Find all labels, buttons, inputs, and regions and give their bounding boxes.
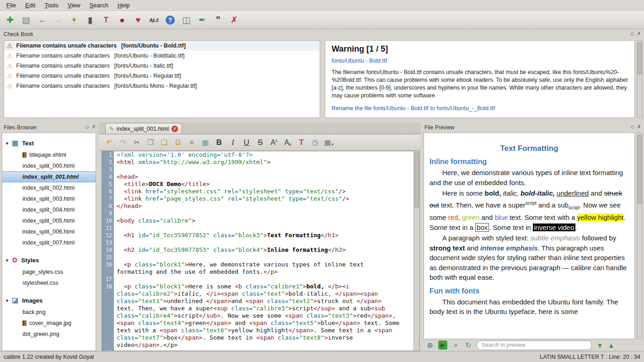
menu-view[interactable]: View: [63, 0, 85, 10]
undo-icon[interactable]: ←: [36, 14, 48, 27]
bold-icon[interactable]: B: [213, 137, 225, 149]
undo-icon[interactable]: ↶: [103, 137, 115, 149]
main-toolbar: ✚▤←→✦▮T●♥ĄŁč?◫✒❞✗: [0, 11, 644, 29]
editor-scrollbar[interactable]: [413, 151, 419, 351]
file-item-cover_image.jpg[interactable]: cover_image.jpg: [2, 318, 96, 329]
styles-section-icon: ✿: [12, 256, 18, 264]
file-item-index_split_004.html[interactable]: index_split_004.html: [2, 204, 96, 215]
preview-browser-icon[interactable]: ⊛: [424, 340, 435, 351]
strikethrough-icon[interactable]: S: [254, 137, 266, 149]
check-book-float-icon[interactable]: ◇: [630, 31, 634, 37]
superscript-icon[interactable]: As: [268, 137, 280, 149]
menu-file[interactable]: File: [2, 0, 21, 10]
warning-file-link[interactable]: fonts/Ubuntu - Bold.ttf: [332, 58, 628, 64]
file-item-index_split_005.html[interactable]: index_split_005.html: [2, 215, 96, 226]
check-issue-row[interactable]: ⚠Filename contains unsafe characters[fon…: [4, 81, 320, 91]
preview-scrollbar[interactable]: [637, 133, 643, 339]
insert-tag-icon[interactable]: T: [295, 137, 307, 149]
insert-special-character-icon[interactable]: Ω: [172, 137, 184, 149]
code-line: class="text1">underlined </span>and <spa…: [117, 298, 413, 305]
beautify-broom-icon[interactable]: ✦: [68, 14, 80, 27]
code-line: [117, 254, 413, 261]
arrange-list-icon[interactable]: ≡: [186, 137, 198, 149]
file-item-back.png[interactable]: back.png: [2, 307, 96, 318]
check-issue-row[interactable]: ⚠Filename contains unsafe characters[fon…: [4, 71, 320, 81]
check-issue-row[interactable]: ⚠Filename contains unsafe characters[fon…: [4, 61, 320, 71]
device-preview-icon[interactable]: ▮: [84, 14, 97, 27]
tab-close-icon[interactable]: ✗: [172, 126, 178, 132]
tab-index-split-001[interactable]: ✎ index_split_001.html ✗: [105, 123, 182, 134]
preview-paragraph: This document has embedded the Ubuntu fo…: [429, 297, 629, 317]
check-detail-scrollbar[interactable]: [637, 40, 643, 118]
file-item-index_split_000.html[interactable]: index_split_000.html: [2, 160, 96, 171]
redo-icon[interactable]: →: [52, 14, 64, 27]
subscript-icon[interactable]: As: [282, 137, 294, 149]
detach-preview-icon[interactable]: »: [450, 340, 461, 351]
file-item-stylesheet.css[interactable]: stylesheet.css: [2, 277, 96, 288]
preview-paragraph: A paragraph with styled text: subtle emp…: [429, 233, 629, 282]
italic-icon[interactable]: I: [227, 137, 239, 149]
paste-icon[interactable]: ❏: [158, 137, 170, 149]
insert-character-quill-icon[interactable]: ✒: [196, 14, 209, 27]
file-item-index_split_001.html[interactable]: index_split_001.html: [2, 171, 96, 182]
section-styles[interactable]: ▾✿Styles: [2, 254, 96, 266]
check-issue-row[interactable]: ⚠Filename contains unsafe characters[fon…: [4, 41, 320, 51]
file-item-index_split_003.html[interactable]: index_split_003.html: [2, 193, 96, 204]
warning-rename-link[interactable]: Rename the file fonts/Ubuntu - Bold.ttf …: [332, 105, 628, 112]
code-line: </head>: [117, 202, 413, 210]
expand-caret-icon[interactable]: ▾: [6, 141, 8, 146]
new-file-icon[interactable]: ✚: [4, 14, 16, 27]
files-browser-close-icon[interactable]: ✗: [92, 124, 96, 130]
menu-edit[interactable]: Edit: [21, 0, 40, 10]
file-item-index_split_006.html[interactable]: index_split_006.html: [2, 226, 96, 237]
code-line: <link href="stylesheet.css" rel="stylesh…: [117, 188, 413, 195]
menu-search[interactable]: Search: [85, 0, 113, 10]
remove-close-icon[interactable]: ✗: [228, 14, 241, 27]
insert-table-icon[interactable]: ▦▾: [323, 137, 335, 149]
underline-icon[interactable]: U: [241, 137, 252, 149]
preview-subheading: Fun with fonts: [429, 287, 629, 295]
section-images[interactable]: ▾◪Images: [2, 294, 96, 307]
smarten-punctuation-icon[interactable]: ❞: [212, 14, 225, 27]
expand-caret-icon[interactable]: ▾: [6, 258, 8, 263]
donate-heart-icon[interactable]: ♥: [132, 14, 145, 27]
section-text[interactable]: ▾▦Text: [2, 137, 96, 149]
code-text-area[interactable]: <?xml version='1.0' encoding='utf-8'?><h…: [114, 151, 413, 351]
files-browser-title: Files Browser: [0, 124, 37, 131]
open-viewer-icon[interactable]: ◫: [180, 14, 193, 27]
previous-match-icon[interactable]: ▲: [608, 341, 615, 349]
file-item-page_styles.css[interactable]: page_styles.css: [2, 266, 96, 277]
files-browser-float-icon[interactable]: ◇: [85, 124, 89, 130]
edit-toc-icon[interactable]: T: [100, 14, 113, 27]
preview-search-input[interactable]: [477, 341, 592, 350]
help-icon[interactable]: ?: [164, 14, 177, 27]
file-preview-float-icon[interactable]: ◇: [630, 124, 634, 130]
code-line: <head>: [117, 173, 413, 181]
run-preview-icon[interactable]: ▶: [437, 340, 448, 351]
line-number-gutter: 12345678910111213141516171819: [102, 151, 114, 351]
file-item-index_split_002.html[interactable]: index_split_002.html: [2, 182, 96, 193]
editor-tab-bar: ✎ index_split_001.html ✗: [99, 122, 421, 134]
file-item-titlepage.xhtml[interactable]: titlepage.xhtml: [2, 149, 96, 160]
insert-image-icon[interactable]: ▦: [199, 137, 211, 149]
check-issue-row[interactable]: ⚠Filename contains unsafe characters[fon…: [4, 51, 320, 61]
redo-icon[interactable]: ↷: [117, 137, 129, 149]
preview-heading: Text Formatting: [429, 144, 629, 153]
refresh-preview-icon[interactable]: ↻: [463, 340, 474, 351]
menu-help[interactable]: Help: [113, 0, 134, 10]
spell-check-icon[interactable]: ĄŁč: [148, 14, 161, 27]
copy-icon[interactable]: ❐: [145, 137, 156, 149]
file-item-index_split_007.html[interactable]: index_split_007.html: [2, 237, 96, 248]
open-book-icon[interactable]: ▤: [20, 14, 32, 27]
file-preview-close-icon[interactable]: ✗: [637, 124, 641, 130]
file-item-dot_green.png[interactable]: dot_green.png: [2, 329, 96, 340]
check-book-bug-icon[interactable]: ●: [116, 14, 129, 27]
preview-subheading: Inline formatting: [429, 158, 629, 166]
code-line: formatting and the use of embedded fonts…: [117, 268, 413, 276]
cut-icon[interactable]: ✂: [131, 137, 143, 149]
insert-template-icon[interactable]: ◷: [309, 137, 321, 149]
check-book-close-icon[interactable]: ✗: [637, 31, 641, 37]
expand-caret-icon[interactable]: ▾: [6, 298, 8, 303]
menu-tools[interactable]: Tools: [40, 0, 63, 10]
next-match-icon[interactable]: ▼: [596, 341, 603, 349]
